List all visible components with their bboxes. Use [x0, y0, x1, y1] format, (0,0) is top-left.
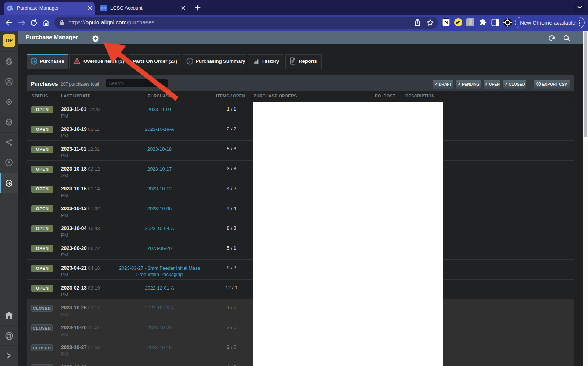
svg-text:$: $ — [8, 160, 10, 165]
